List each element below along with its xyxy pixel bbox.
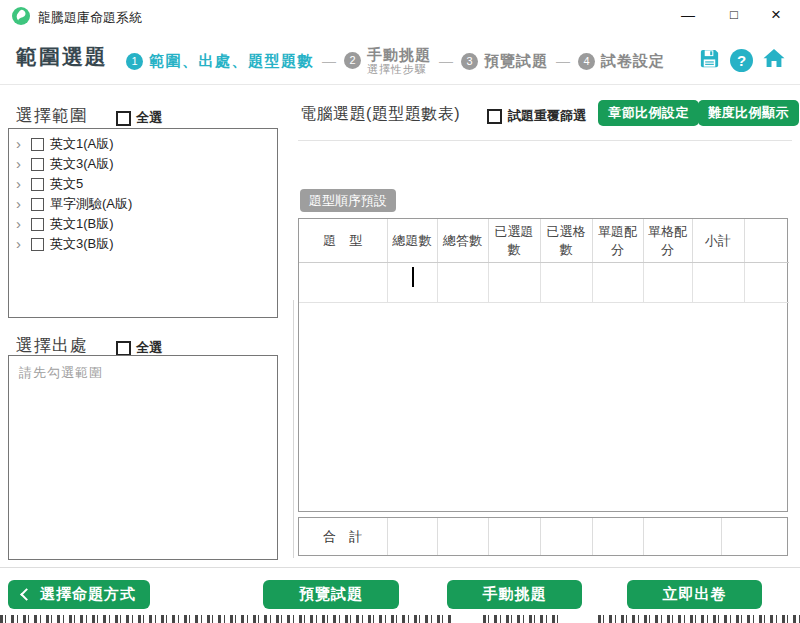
source-placeholder: 請先勾選範圍: [19, 364, 267, 382]
tree-item-book[interactable]: › 英文1(A版): [9, 134, 277, 154]
range-section-title: 選擇範圍: [16, 104, 88, 127]
range-select-all[interactable]: 全選: [116, 109, 162, 127]
chevron-right-icon[interactable]: ›: [16, 178, 25, 190]
step-3-label: 預覽試題: [484, 52, 548, 71]
step-3-preview[interactable]: 3 預覽試題: [461, 52, 548, 71]
footer-divider: [0, 567, 800, 568]
step-2-manual-pick[interactable]: 2 手動挑題 選擇性步驟: [344, 46, 431, 76]
step-2-sublabel: 選擇性步驟: [367, 63, 431, 76]
right-panel-divider: [298, 140, 792, 141]
range-tree-panel: › 英文1(A版) › 英文3(A版) › 英文5 › 單字測驗(A版) ›: [8, 128, 278, 318]
manual-pick-button[interactable]: 手動挑題: [447, 580, 582, 609]
step-2-label: 手動挑題: [367, 46, 431, 63]
clipped-text-strip: [0, 615, 800, 623]
total-value-cell: [540, 518, 592, 555]
panel-divider: [293, 300, 294, 558]
back-to-mode-label: 選擇命題方式: [40, 585, 136, 604]
tree-item-book[interactable]: › 英文5: [9, 174, 277, 194]
table-cell-score-per-question[interactable]: [592, 263, 643, 303]
checkbox-icon[interactable]: [487, 109, 502, 124]
wizard-steps: 1 範圍、出處、題型題數 — 2 手動挑題 選擇性步驟 — 3 預覽試題 — 4…: [126, 38, 665, 84]
table-header-cell: 單題配分: [592, 219, 643, 263]
total-row: 合 計: [299, 518, 789, 555]
table-header-cell: 已選格數: [540, 219, 592, 263]
step-connector: —: [320, 53, 338, 69]
table-cell-selected-blanks[interactable]: [540, 263, 592, 303]
minimize-button[interactable]: —: [666, 0, 710, 32]
checkbox-icon[interactable]: [31, 178, 44, 191]
tree-item-label: 英文1(B版): [50, 215, 114, 233]
source-section-title: 選擇出處: [16, 334, 88, 357]
title-bar: 龍騰題庫命題系統 — □ ×: [0, 0, 800, 32]
total-table: 合 計: [299, 518, 789, 555]
duplicate-filter-checkbox[interactable]: 試題重覆篩選: [487, 107, 586, 125]
checkbox-icon[interactable]: [116, 111, 131, 126]
checkbox-icon[interactable]: [116, 341, 131, 356]
chevron-right-icon[interactable]: ›: [16, 238, 25, 250]
difficulty-ratio-button[interactable]: 難度比例顯示: [698, 100, 799, 126]
chevron-right-icon[interactable]: ›: [16, 198, 25, 210]
table-cell-extra[interactable]: [744, 263, 789, 303]
tree-item-book[interactable]: › 英文3(A版): [9, 154, 277, 174]
window-title: 龍騰題庫命題系統: [38, 9, 142, 27]
header-toolbar: ?: [698, 46, 786, 74]
table-header-cell: 小計: [692, 219, 744, 263]
step-connector: —: [437, 53, 455, 69]
checkbox-icon[interactable]: [31, 158, 44, 171]
checkbox-icon[interactable]: [31, 198, 44, 211]
maximize-button[interactable]: □: [712, 0, 756, 32]
total-label-cell: 合 計: [299, 518, 387, 555]
step-4-badge: 4: [578, 53, 595, 70]
tree-item-book[interactable]: › 英文3(B版): [9, 234, 277, 254]
table-row: [299, 263, 789, 303]
step-2-badge: 2: [344, 52, 361, 69]
help-icon[interactable]: ?: [730, 49, 753, 72]
app-window: 龍騰題庫命題系統 — □ × 範圍選題 1 範圍、出處、題型題數 — 2 手動挑…: [0, 0, 800, 623]
checkbox-icon[interactable]: [31, 238, 44, 251]
table-cell-score-per-blank[interactable]: [643, 263, 692, 303]
tree-item-book[interactable]: › 英文1(B版): [9, 214, 277, 234]
duplicate-filter-label: 試題重覆篩選: [508, 107, 586, 125]
step-4-paper-settings[interactable]: 4 試卷設定: [578, 52, 665, 71]
step-1-range[interactable]: 1 範圍、出處、題型題數: [126, 52, 314, 71]
table-cell-subtotal[interactable]: [692, 263, 744, 303]
close-button[interactable]: ×: [754, 0, 798, 32]
type-order-preset-button[interactable]: 題型順序預設: [300, 189, 396, 212]
table-cell-total-questions[interactable]: [387, 263, 437, 303]
total-value-cell: [592, 518, 643, 555]
source-list-panel: 請先勾選範圍: [8, 355, 278, 560]
tree-item-label: 英文5: [50, 175, 83, 193]
chevron-right-icon[interactable]: ›: [16, 158, 25, 170]
generate-paper-button[interactable]: 立即出卷: [627, 580, 762, 609]
chapter-ratio-button[interactable]: 章節比例設定: [598, 100, 699, 126]
table-header-cell: 題 型: [299, 219, 387, 263]
table-cell-type[interactable]: [299, 263, 387, 303]
chevron-right-icon[interactable]: ›: [16, 218, 25, 230]
range-select-all-label: 全選: [136, 109, 162, 127]
total-value-cell: [721, 518, 789, 555]
computer-pick-title: 電腦選題(題型題數表): [300, 104, 460, 125]
header-divider: [0, 84, 800, 85]
total-value-cell: [643, 518, 721, 555]
preview-questions-button[interactable]: 預覽試題: [263, 580, 399, 609]
table-cell-total-answers[interactable]: [437, 263, 488, 303]
total-value-cell: [387, 518, 437, 555]
table-header-cell: [744, 219, 789, 263]
table-header-cell: 單格配分: [643, 219, 692, 263]
page-title: 範圍選題: [16, 43, 108, 71]
chevron-right-icon[interactable]: ›: [16, 138, 25, 150]
step-connector: —: [554, 53, 572, 69]
back-to-mode-button[interactable]: 選擇命題方式: [8, 580, 150, 609]
checkbox-icon[interactable]: [31, 218, 44, 231]
checkbox-icon[interactable]: [31, 138, 44, 151]
table-cell-selected-questions[interactable]: [488, 263, 540, 303]
tree-item-label: 英文3(B版): [50, 235, 114, 253]
tree-item-label: 英文1(A版): [50, 135, 114, 153]
step-1-label: 範圍、出處、題型題數: [149, 52, 314, 71]
tree-item-label: 英文3(A版): [50, 155, 114, 173]
save-icon[interactable]: [698, 47, 721, 74]
step-3-badge: 3: [461, 53, 478, 70]
table-header-cell: 總題數: [387, 219, 437, 263]
home-icon[interactable]: [762, 46, 786, 74]
tree-item-book[interactable]: › 單字測驗(A版): [9, 194, 277, 214]
